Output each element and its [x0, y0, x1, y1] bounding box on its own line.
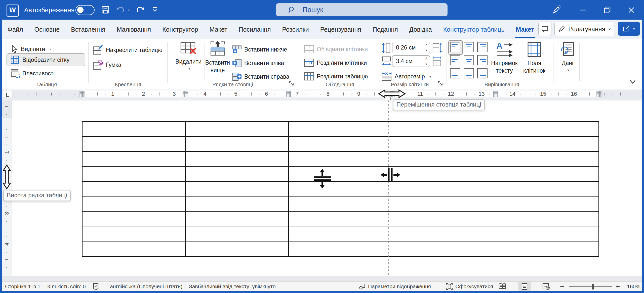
view-gridlines-toggle[interactable]: Відобразити сітку [7, 53, 85, 66]
select-table-button[interactable]: Виділити ∨ [11, 45, 52, 53]
table-cell-r3c3[interactable] [289, 152, 392, 167]
print-layout-view-button[interactable] [518, 282, 531, 291]
table-cell-r1c2[interactable] [186, 122, 289, 137]
table-cell-r3c5[interactable] [495, 152, 598, 167]
tab-малювання-3[interactable]: Малювання [117, 20, 151, 39]
tab-макет-5[interactable]: Макет [210, 20, 227, 39]
focus-button[interactable]: Сфокусуватися [446, 282, 493, 291]
tab-макет-12[interactable]: Макет [516, 20, 534, 39]
insert-below-button[interactable]: Вставити нижче [232, 45, 287, 54]
feedback-pen-icon[interactable] [551, 5, 561, 15]
table-cell-r5c5[interactable] [495, 182, 598, 197]
insert-right-button[interactable]: Вставити справа [232, 72, 289, 81]
data-button[interactable]: Дані ∨ [556, 42, 579, 72]
insert-above-button[interactable]: Вставити вище [205, 40, 231, 74]
tab-посилання-6[interactable]: Посилання [238, 20, 271, 39]
table-cell-r2c3[interactable] [289, 137, 392, 152]
zoom-out-button[interactable]: − [560, 282, 564, 291]
zoom-slider-track[interactable] [569, 286, 612, 287]
column-width-field[interactable]: 3,4 см ∧∨ [392, 55, 430, 67]
table-cell-r4c3[interactable] [289, 167, 392, 181]
table-cell-r2c1[interactable] [83, 137, 186, 152]
zoom-in-button[interactable]: + [616, 282, 620, 291]
comments-button[interactable] [538, 22, 551, 36]
split-cells-button[interactable]: Розділити клітинки [304, 58, 367, 67]
delete-table-button[interactable]: Видалити ∨ [175, 41, 202, 70]
table-cell-r9c3[interactable] [289, 241, 392, 256]
redo-icon[interactable] [136, 6, 145, 15]
table-cell-r8c3[interactable] [289, 226, 392, 241]
ruler-column-marker[interactable] [493, 91, 498, 97]
table-cell-r5c3[interactable] [289, 182, 392, 197]
language-indicator[interactable]: англійська (Сполучені Штати) [110, 282, 182, 291]
align-top-left-button[interactable] [450, 41, 461, 53]
table-cell-r5c2[interactable] [186, 182, 289, 197]
table-cell-r1c4[interactable] [392, 122, 495, 137]
table-cell-r5c1[interactable] [83, 182, 186, 197]
search-box[interactable]: Пошук [276, 3, 448, 16]
page-indicator[interactable]: Сторінка 1 із 1 [5, 282, 41, 291]
close-button[interactable] [626, 5, 636, 15]
tab-основне-1[interactable]: Основне [34, 20, 60, 39]
table-cell-r2c2[interactable] [186, 137, 289, 152]
distribute-columns-button[interactable] [432, 56, 442, 68]
align-top-right-button[interactable] [477, 41, 488, 53]
draw-table-button[interactable]: Накреслити таблицю [93, 45, 163, 55]
cell-size-dialog-launcher[interactable] [437, 80, 444, 87]
table-cell-r8c5[interactable] [495, 226, 598, 241]
table-cell-r3c4[interactable] [392, 152, 495, 167]
table-cell-r6c1[interactable] [83, 197, 186, 211]
editing-mode-button[interactable]: Редагування ∨ [554, 22, 615, 36]
align-center-right-button[interactable] [477, 55, 488, 66]
minimize-button[interactable] [578, 5, 588, 15]
table-cell-r6c4[interactable] [392, 197, 495, 211]
tab-конструктор-таблиць-11[interactable]: Конструктор таблиць [443, 20, 505, 39]
table-cell-r9c2[interactable] [186, 241, 289, 256]
eraser-button[interactable]: Гумка [93, 60, 121, 70]
web-layout-view-button[interactable] [540, 282, 552, 291]
table-cell-r4c4[interactable] [392, 167, 495, 181]
table-properties-button[interactable]: Властивості [11, 69, 55, 78]
restore-button[interactable] [602, 5, 612, 15]
column-width-up-icon[interactable]: ∧ [425, 56, 428, 61]
tab-вставлення-2[interactable]: Вставлення [71, 20, 105, 39]
table-cell-r4c2[interactable] [186, 167, 289, 181]
table-cell-r7c1[interactable] [83, 212, 186, 226]
tab-файл-0[interactable]: Файл [8, 20, 23, 39]
proofing-icon[interactable] [93, 282, 99, 291]
read-mode-view-button[interactable] [496, 282, 509, 291]
table-cell-r6c3[interactable] [289, 197, 392, 211]
table-cell-r8c1[interactable] [83, 226, 186, 241]
align-bottom-center-button[interactable] [463, 68, 474, 79]
table-cell-r3c1[interactable] [83, 152, 186, 167]
table-cell-r4c1[interactable] [83, 167, 186, 181]
table-cell-r2c4[interactable] [392, 137, 495, 152]
row-height-field[interactable]: 0,26 см ∧∨ [392, 42, 430, 53]
insert-left-button[interactable]: Вставити зліва [232, 59, 284, 67]
table-cell-r2c5[interactable] [495, 137, 598, 152]
align-top-center-button[interactable] [463, 41, 474, 53]
table-cell-r1c3[interactable] [289, 122, 392, 137]
text-direction-button[interactable]: A Напрямок тексту [489, 42, 520, 74]
table-cell-r9c4[interactable] [392, 241, 495, 256]
display-options-button[interactable]: Параметри відображення [358, 282, 431, 291]
document-table[interactable] [82, 121, 599, 257]
table-cell-r7c2[interactable] [186, 212, 289, 226]
collapse-ribbon-button[interactable] [628, 79, 637, 86]
table-cell-r6c5[interactable] [495, 197, 598, 211]
tab-рецензування-8[interactable]: Рецензування [320, 20, 361, 39]
table-cell-r1c5[interactable] [495, 122, 598, 137]
ruler-column-marker[interactable] [596, 91, 601, 97]
table-cell-r7c3[interactable] [289, 212, 392, 226]
word-count[interactable]: Кількість слів: 0 [47, 282, 86, 291]
ruler-column-marker[interactable] [79, 91, 85, 97]
table-cell-r9c5[interactable] [495, 241, 598, 256]
table-cell-r4c5[interactable] [495, 167, 598, 181]
tab-розсилки-7[interactable]: Розсилки [282, 20, 309, 39]
table-cell-r6c2[interactable] [186, 197, 289, 211]
tab-подання-9[interactable]: Подання [373, 20, 398, 39]
customize-quick-access-icon[interactable] [151, 6, 158, 15]
table-cell-r7c5[interactable] [495, 212, 598, 226]
predictive-text-indicator[interactable]: Завбачливий ввід тексту: увімкнуто [189, 282, 276, 291]
ruler-column-marker[interactable] [286, 91, 291, 97]
